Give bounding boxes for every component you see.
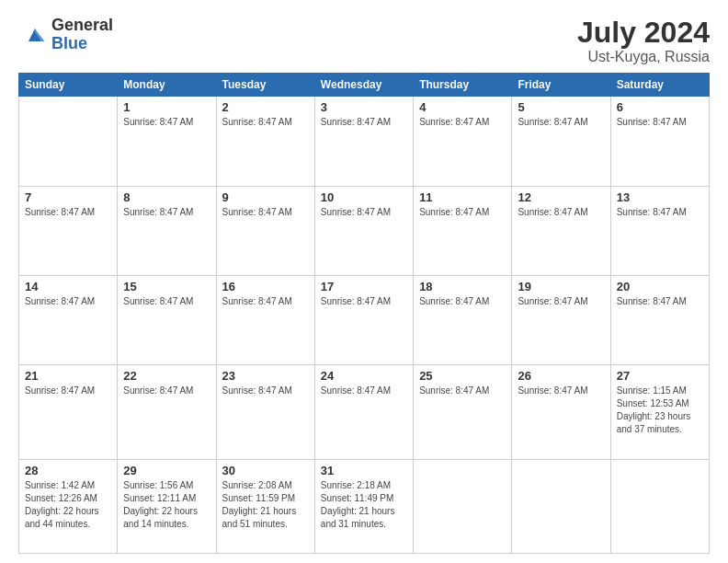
logo-general: General bbox=[51, 17, 113, 35]
day-info: Sunrise: 8:47 AM bbox=[123, 295, 210, 308]
day-number: 20 bbox=[617, 280, 703, 293]
table-row: 28Sunrise: 1:42 AMSunset: 12:26 AMDaylig… bbox=[19, 459, 118, 553]
subtitle: Ust-Kuyga, Russia bbox=[577, 49, 710, 65]
day-number: 22 bbox=[123, 369, 210, 383]
day-number: 27 bbox=[617, 369, 703, 383]
day-number: 30 bbox=[222, 464, 309, 477]
table-row: 31Sunrise: 2:18 AMSunset: 11:49 PMDaylig… bbox=[314, 459, 413, 553]
table-row: 19Sunrise: 8:47 AM bbox=[512, 275, 610, 364]
calendar-week-row: 28Sunrise: 1:42 AMSunset: 12:26 AMDaylig… bbox=[19, 459, 710, 553]
day-info: Sunrise: 8:47 AM bbox=[123, 116, 210, 129]
day-info: Sunrise: 8:47 AM bbox=[321, 116, 407, 129]
table-row: 27Sunrise: 1:15 AMSunset: 12:53 AMDaylig… bbox=[610, 365, 709, 459]
table-row: 4Sunrise: 8:47 AM bbox=[414, 97, 512, 186]
day-number: 4 bbox=[419, 100, 506, 114]
table-row: 20Sunrise: 8:47 AM bbox=[610, 275, 709, 364]
day-number: 8 bbox=[123, 190, 210, 204]
table-row: 2Sunrise: 8:47 AM bbox=[216, 97, 314, 186]
logo-blue: Blue bbox=[51, 35, 113, 53]
day-info: Sunrise: 8:47 AM bbox=[123, 206, 210, 219]
table-row bbox=[610, 459, 709, 553]
day-info: Sunrise: 8:47 AM bbox=[518, 295, 604, 308]
day-info: Sunrise: 8:47 AM bbox=[419, 116, 506, 129]
table-row: 26Sunrise: 8:47 AM bbox=[512, 365, 610, 459]
day-info: Sunrise: 8:47 AM bbox=[518, 206, 604, 219]
day-number: 2 bbox=[222, 100, 309, 114]
day-info: Sunrise: 8:47 AM bbox=[419, 385, 506, 397]
day-number: 5 bbox=[518, 100, 604, 114]
day-number: 10 bbox=[321, 190, 407, 204]
day-number: 19 bbox=[518, 280, 604, 293]
day-info: Sunrise: 8:47 AM bbox=[25, 385, 111, 397]
table-row: 3Sunrise: 8:47 AM bbox=[314, 97, 413, 186]
day-info: Sunrise: 8:47 AM bbox=[321, 206, 407, 219]
table-row: 24Sunrise: 8:47 AM bbox=[314, 365, 413, 459]
day-info: Sunrise: 8:47 AM bbox=[617, 206, 703, 219]
calendar-week-row: 7Sunrise: 8:47 AM8Sunrise: 8:47 AM9Sunri… bbox=[19, 186, 710, 275]
table-row: 25Sunrise: 8:47 AM bbox=[414, 365, 512, 459]
day-info: Sunrise: 1:15 AMSunset: 12:53 AMDaylight… bbox=[617, 385, 703, 436]
day-info: Sunrise: 8:47 AM bbox=[222, 295, 309, 308]
calendar-week-row: 14Sunrise: 8:47 AM15Sunrise: 8:47 AM16Su… bbox=[19, 275, 710, 364]
table-row: 11Sunrise: 8:47 AM bbox=[414, 186, 512, 275]
day-number: 24 bbox=[321, 369, 407, 383]
day-info: Sunrise: 8:47 AM bbox=[518, 385, 604, 397]
table-row: 14Sunrise: 8:47 AM bbox=[19, 275, 118, 364]
col-saturday: Saturday bbox=[610, 74, 709, 97]
table-row: 7Sunrise: 8:47 AM bbox=[19, 186, 118, 275]
day-info: Sunrise: 8:47 AM bbox=[25, 295, 111, 308]
day-info: Sunrise: 8:47 AM bbox=[321, 385, 407, 397]
page: General Blue July 2024 Ust-Kuyga, Russia… bbox=[0, 0, 728, 563]
day-info: Sunrise: 2:18 AMSunset: 11:49 PMDaylight… bbox=[321, 479, 407, 531]
table-row: 8Sunrise: 8:47 AM bbox=[118, 186, 216, 275]
table-row: 22Sunrise: 8:47 AM bbox=[118, 365, 216, 459]
col-wednesday: Wednesday bbox=[314, 74, 413, 97]
day-info: Sunrise: 8:47 AM bbox=[25, 206, 111, 219]
table-row: 12Sunrise: 8:47 AM bbox=[512, 186, 610, 275]
day-number: 16 bbox=[222, 280, 309, 293]
day-number: 12 bbox=[518, 190, 604, 204]
logo: General Blue bbox=[18, 17, 113, 53]
day-info: Sunrise: 8:47 AM bbox=[419, 295, 506, 308]
day-number: 29 bbox=[123, 464, 210, 477]
col-friday: Friday bbox=[512, 74, 610, 97]
day-info: Sunrise: 8:47 AM bbox=[518, 116, 604, 129]
calendar-week-row: 1Sunrise: 8:47 AM2Sunrise: 8:47 AM3Sunri… bbox=[19, 97, 710, 186]
header: General Blue July 2024 Ust-Kuyga, Russia bbox=[18, 17, 710, 65]
col-tuesday: Tuesday bbox=[216, 74, 314, 97]
day-info: Sunrise: 8:47 AM bbox=[617, 116, 703, 129]
day-info: Sunrise: 8:47 AM bbox=[222, 116, 309, 129]
day-number: 28 bbox=[25, 464, 111, 477]
day-info: Sunrise: 8:47 AM bbox=[617, 295, 703, 308]
day-number: 13 bbox=[617, 190, 703, 204]
col-monday: Monday bbox=[118, 74, 216, 97]
day-info: Sunrise: 8:47 AM bbox=[123, 385, 210, 397]
day-number: 15 bbox=[123, 280, 210, 293]
day-number: 3 bbox=[321, 100, 407, 114]
day-number: 23 bbox=[222, 369, 309, 383]
logo-text: General Blue bbox=[51, 17, 113, 53]
table-row bbox=[512, 459, 610, 553]
day-number: 26 bbox=[518, 369, 604, 383]
day-number: 18 bbox=[419, 280, 506, 293]
calendar-week-row: 21Sunrise: 8:47 AM22Sunrise: 8:47 AM23Su… bbox=[19, 365, 710, 459]
table-row: 21Sunrise: 8:47 AM bbox=[19, 365, 118, 459]
table-row: 6Sunrise: 8:47 AM bbox=[610, 97, 709, 186]
table-row: 16Sunrise: 8:47 AM bbox=[216, 275, 314, 364]
day-number: 9 bbox=[222, 190, 309, 204]
table-row: 1Sunrise: 8:47 AM bbox=[118, 97, 216, 186]
title-block: July 2024 Ust-Kuyga, Russia bbox=[577, 17, 710, 65]
table-row: 10Sunrise: 8:47 AM bbox=[314, 186, 413, 275]
day-number: 1 bbox=[123, 100, 210, 114]
calendar-header-row: Sunday Monday Tuesday Wednesday Thursday… bbox=[19, 74, 710, 97]
day-number: 31 bbox=[321, 464, 407, 477]
table-row: 30Sunrise: 2:08 AMSunset: 11:59 PMDaylig… bbox=[216, 459, 314, 553]
table-row: 5Sunrise: 8:47 AM bbox=[512, 97, 610, 186]
day-info: Sunrise: 8:47 AM bbox=[222, 385, 309, 397]
day-info: Sunrise: 8:47 AM bbox=[222, 206, 309, 219]
table-row: 15Sunrise: 8:47 AM bbox=[118, 275, 216, 364]
day-number: 17 bbox=[321, 280, 407, 293]
day-info: Sunrise: 2:08 AMSunset: 11:59 PMDaylight… bbox=[222, 479, 309, 531]
day-number: 21 bbox=[25, 369, 111, 383]
day-info: Sunrise: 8:47 AM bbox=[321, 295, 407, 308]
